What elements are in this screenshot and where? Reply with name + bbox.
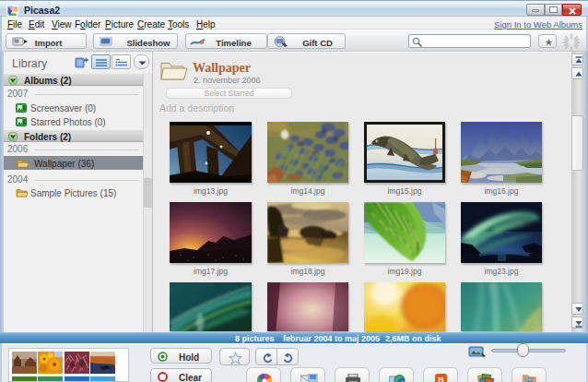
svg-text:B: B xyxy=(438,376,444,382)
